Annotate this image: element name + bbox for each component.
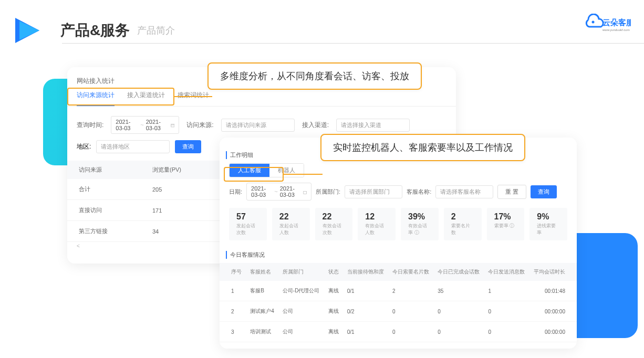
stat-value: 22	[279, 212, 303, 222]
col-source: 访问来源	[67, 161, 145, 179]
svg-text:云朵客服: 云朵客服	[603, 18, 631, 27]
stat-label: 进线索要率	[537, 223, 560, 236]
channel-label: 接入渠道:	[302, 121, 329, 130]
stat-card: 9%进线索要率	[529, 208, 567, 240]
svg-point-2	[592, 21, 595, 24]
highlight-connector-1	[174, 96, 212, 97]
date-range-input-2[interactable]: 2021-03-03~2021-03-03	[246, 183, 311, 201]
callout-analysis: 多维度分析，从不同角度看会话、访客、投放	[207, 62, 422, 90]
agent-name-label: 客服名称:	[407, 188, 431, 196]
play-icon	[13, 15, 45, 46]
tab-search-term[interactable]: 搜索词统计	[178, 91, 209, 106]
stat-value: 22	[323, 212, 346, 222]
stat-value: 12	[365, 212, 388, 222]
svg-text:www.yunduokf.com: www.yunduokf.com	[602, 28, 630, 31]
page-title: 产品&服务	[60, 20, 130, 40]
section-today-agents: 今日客服情况	[226, 251, 577, 259]
col-header: 状态	[324, 263, 343, 281]
stats-row: 57发起会话次数22发起会话人数22有效会话次数12有效会话人数39%有效会话率…	[220, 206, 577, 247]
stat-label: 索要率 ⓘ	[494, 223, 517, 229]
svg-rect-7	[304, 191, 307, 194]
header-divider	[62, 43, 644, 44]
page-subtitle: 产品简介	[137, 24, 175, 37]
channel-select[interactable]: 请选择接入渠道	[336, 119, 410, 132]
stat-card: 39%有效会话率 ⓘ	[401, 208, 439, 240]
stat-label: 索要名片数	[451, 223, 474, 236]
region-select[interactable]: 请选择地区	[96, 140, 170, 153]
stat-label: 发起会话次数	[236, 223, 259, 236]
source-label: 访问来源:	[186, 121, 213, 130]
date-range-input[interactable]: 2021-03-03 ~ 2021-03-03	[111, 116, 179, 134]
table-row: 2测试账户4公司离线0/200000:00:00	[220, 301, 577, 322]
col-pv: 浏览量(PV)	[145, 161, 223, 179]
query-time-label: 查询时间:	[77, 121, 103, 130]
col-header: 客服姓名	[246, 263, 278, 281]
stat-card: 17%索要率 ⓘ	[487, 208, 525, 240]
stat-value: 39%	[408, 212, 431, 222]
stat-value: 9%	[537, 212, 560, 222]
agent-table: 序号客服姓名所属部门状态当前接待饱和度今日索要名片数今日已完成会话数今日发送消息…	[220, 263, 577, 342]
highlight-connector-2	[284, 174, 323, 175]
stat-label: 发起会话人数	[279, 223, 303, 236]
highlight-frame-2	[224, 167, 284, 182]
stat-label: 有效会话率 ⓘ	[408, 223, 431, 236]
search-button[interactable]: 查询	[175, 140, 201, 153]
stat-value: 2	[451, 212, 474, 222]
calendar-icon	[303, 189, 307, 194]
stat-card: 57发起会话次数	[229, 208, 267, 240]
header: 产品&服务 产品简介 云朵客服 www.yunduokf.com	[13, 15, 631, 46]
col-header: 当前接待饱和度	[343, 263, 388, 281]
stat-card: 22有效会话次数	[315, 208, 353, 240]
col-header: 所属部门	[278, 263, 324, 281]
dept-label: 所属部门:	[316, 188, 340, 196]
dept-select[interactable]: 请选择所属部门	[345, 185, 402, 198]
table-row: 3培训测试公司离线0/100000:00:00	[220, 322, 577, 342]
col-header: 序号	[220, 263, 246, 281]
col-header: 今日发送消息数	[484, 263, 529, 281]
stat-value: 17%	[494, 212, 517, 222]
stat-card: 12有效会话人数	[358, 208, 396, 240]
region-label: 地区:	[77, 142, 91, 151]
table-row: 1客服B公司-D代理公司离线0/1235100:01:48	[220, 281, 577, 301]
stat-value: 57	[236, 212, 259, 222]
stat-card: 22发起会话人数	[272, 208, 310, 240]
stat-card: 2索要名片数	[444, 208, 482, 240]
agent-name-select[interactable]: 请选择客服名称	[435, 185, 493, 198]
col-header: 平均会话时长	[529, 263, 577, 281]
date-label: 日期:	[229, 188, 242, 196]
calendar-icon	[171, 122, 175, 128]
col-header: 今日索要名片数	[388, 263, 433, 281]
svg-rect-5	[171, 124, 174, 127]
stat-label: 有效会话次数	[323, 223, 346, 236]
stat-label: 有效会话人数	[365, 223, 388, 236]
col-header: 今日已完成会话数	[433, 263, 484, 281]
logo: 云朵客服 www.yunduokf.com	[580, 14, 631, 36]
reset-button[interactable]: 重 置	[497, 185, 526, 199]
search-button-2[interactable]: 查询	[531, 185, 557, 198]
highlight-frame-1	[67, 88, 174, 106]
svg-marker-1	[19, 21, 39, 40]
source-select[interactable]: 请选择访问来源	[221, 119, 295, 132]
callout-monitor: 实时监控机器人、客服索要率以及工作情况	[320, 134, 525, 161]
